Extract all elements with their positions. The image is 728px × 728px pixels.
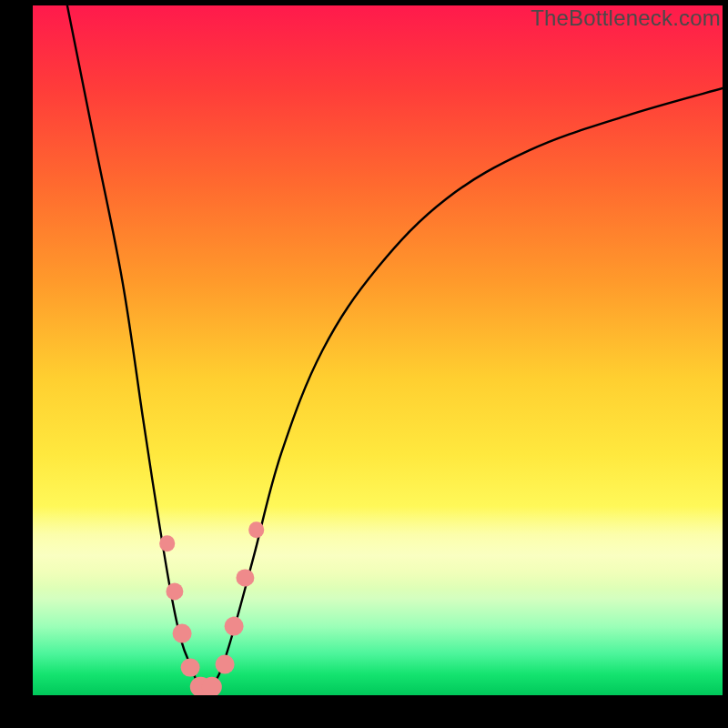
marker-dot xyxy=(248,521,265,538)
marker-dot xyxy=(180,658,199,677)
curve-left-branch xyxy=(67,5,206,693)
marker-dot xyxy=(202,677,222,695)
marker-dot xyxy=(172,623,191,642)
chart-frame: TheBottleneck.com xyxy=(0,0,728,728)
marker-dot xyxy=(225,617,244,636)
curve-right-branch xyxy=(206,88,723,693)
marker-dot xyxy=(215,654,234,673)
watermark-text: TheBottleneck.com xyxy=(531,5,721,31)
plot-area xyxy=(33,5,723,695)
marker-dot xyxy=(159,535,176,551)
curve-layer xyxy=(33,5,723,695)
